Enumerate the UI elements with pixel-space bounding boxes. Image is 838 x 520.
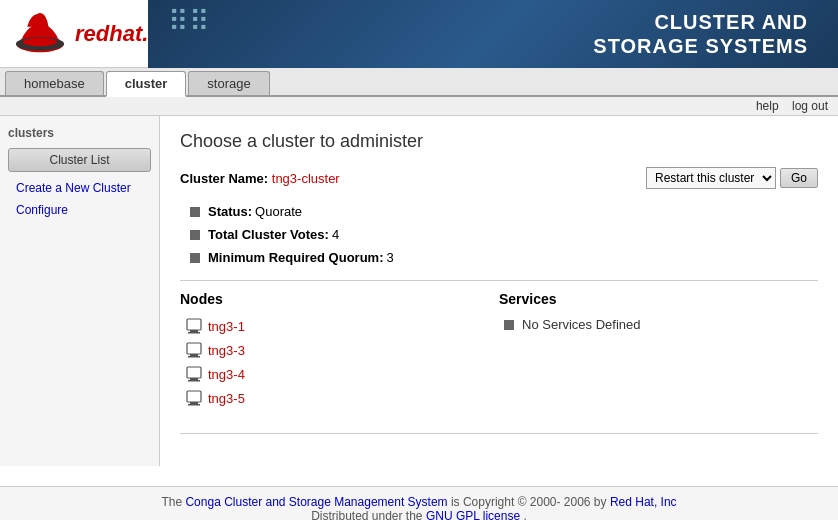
svg-rect-13 — [188, 380, 200, 382]
header-banner: ⠿⠿ CLUSTER AND STORAGE SYSTEMS — [148, 0, 838, 68]
no-services-row: No Services Defined — [499, 317, 818, 332]
total-votes-row: Total Cluster Votes: 4 — [180, 227, 818, 242]
svg-rect-8 — [187, 343, 201, 354]
redhat-logo-icon — [10, 6, 70, 61]
svg-point-1 — [35, 13, 45, 23]
sidebar-section-title: clusters — [8, 126, 151, 140]
tab-homebase[interactable]: homebase — [5, 71, 104, 95]
restart-cluster-select[interactable]: Restart this cluster — [646, 167, 776, 189]
svg-rect-9 — [190, 354, 198, 356]
footer-copyright: is Copyright © 2000- 2006 by — [451, 495, 607, 509]
node-link-tng3-5[interactable]: tng3-5 — [208, 391, 245, 406]
nodes-services-section: Nodes tng3-1 tng3-3 — [180, 280, 818, 413]
logo-area: redhat. — [0, 6, 148, 61]
cluster-name-display: Cluster Name: tng3-cluster — [180, 171, 340, 186]
min-quorum-label: Minimum Required Quorum: — [208, 250, 384, 265]
cluster-name-value: tng3-cluster — [272, 171, 340, 186]
min-quorum-row: Minimum Required Quorum: 3 — [180, 250, 818, 265]
status-value: Quorate — [255, 204, 302, 219]
sidebar: clusters Cluster List Create a New Clust… — [0, 116, 160, 466]
total-votes-label: Total Cluster Votes: — [208, 227, 329, 242]
node-link-tng3-3[interactable]: tng3-3 — [208, 343, 245, 358]
node-icon — [185, 365, 203, 383]
svg-rect-5 — [187, 319, 201, 330]
banner-title: CLUSTER AND STORAGE SYSTEMS — [593, 10, 808, 58]
nodes-column: Nodes tng3-1 tng3-3 — [180, 291, 499, 413]
list-item: tng3-5 — [180, 389, 499, 407]
cluster-bar: Cluster Name: tng3-cluster Restart this … — [180, 167, 818, 189]
list-item: tng3-1 — [180, 317, 499, 335]
logout-link[interactable]: log out — [792, 99, 828, 113]
svg-point-4 — [23, 38, 57, 47]
services-column: Services No Services Defined — [499, 291, 818, 413]
svg-rect-11 — [187, 367, 201, 378]
footer-line1: The Conga Cluster and Storage Management… — [10, 495, 828, 509]
svg-rect-7 — [188, 332, 200, 334]
services-header: Services — [499, 291, 818, 307]
tab-cluster[interactable]: cluster — [106, 71, 187, 97]
content-divider — [180, 433, 818, 434]
main-content: Choose a cluster to administer Cluster N… — [160, 116, 838, 466]
status-row: Status: Quorate — [180, 204, 818, 219]
redhat-link[interactable]: Red Hat, Inc — [610, 495, 677, 509]
cluster-list-button[interactable]: Cluster List — [8, 148, 151, 172]
nodes-header: Nodes — [180, 291, 499, 307]
gpl-license-link[interactable]: GNU GPL license — [426, 509, 520, 520]
conga-link[interactable]: Conga Cluster and Storage Management Sys… — [185, 495, 447, 509]
banner-decoration: ⠿⠿ — [168, 5, 210, 38]
svg-rect-15 — [190, 402, 198, 404]
page-title: Choose a cluster to administer — [180, 131, 818, 152]
footer: The Conga Cluster and Storage Management… — [0, 486, 838, 520]
redhat-brand-text: redhat. — [75, 21, 148, 47]
node-link-tng3-1[interactable]: tng3-1 — [208, 319, 245, 334]
header: redhat. ⠿⠿ CLUSTER AND STORAGE SYSTEMS — [0, 0, 838, 68]
svg-rect-12 — [190, 378, 198, 380]
svg-rect-16 — [188, 404, 200, 406]
list-item: tng3-4 — [180, 365, 499, 383]
node-icon — [185, 317, 203, 335]
service-bullet — [504, 320, 514, 330]
configure-link[interactable]: Configure — [8, 200, 151, 220]
create-new-cluster-link[interactable]: Create a New Cluster — [8, 178, 151, 198]
svg-rect-10 — [188, 356, 200, 358]
node-icon — [185, 389, 203, 407]
status-bullet — [190, 207, 200, 217]
min-quorum-value: 3 — [387, 250, 394, 265]
cluster-actions: Restart this cluster Go — [646, 167, 818, 189]
total-votes-value: 4 — [332, 227, 339, 242]
svg-rect-6 — [190, 330, 198, 332]
main-layout: clusters Cluster List Create a New Clust… — [0, 116, 838, 466]
footer-text-before: The — [161, 495, 182, 509]
top-links-bar: help log out — [0, 97, 838, 116]
cluster-name-label: Cluster Name: — [180, 171, 268, 186]
footer-distributed-text: Distributed under the — [311, 509, 422, 520]
go-button[interactable]: Go — [780, 168, 818, 188]
footer-line2: Distributed under the GNU GPL license . — [10, 509, 828, 520]
node-icon — [185, 341, 203, 359]
node-link-tng3-4[interactable]: tng3-4 — [208, 367, 245, 382]
footer-period: . — [524, 509, 527, 520]
list-item: tng3-3 — [180, 341, 499, 359]
votes-bullet — [190, 230, 200, 240]
tab-storage[interactable]: storage — [188, 71, 269, 95]
nav-tabs: homebase cluster storage — [0, 68, 838, 97]
help-link[interactable]: help — [756, 99, 779, 113]
status-label: Status: — [208, 204, 252, 219]
no-services-text: No Services Defined — [522, 317, 641, 332]
quorum-bullet — [190, 253, 200, 263]
svg-rect-14 — [187, 391, 201, 402]
